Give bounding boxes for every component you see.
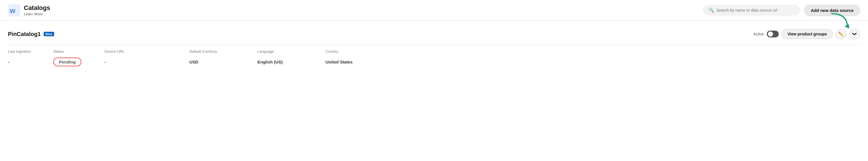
chevron-down-icon: ❯ (852, 32, 857, 36)
app-header: w Catalogs Learn More 🔍 Add new data sou… (0, 0, 868, 21)
col-header-status: Status (53, 49, 104, 54)
col-header-country: Country (326, 49, 399, 54)
logo-text-area: Catalogs Learn More (24, 4, 50, 16)
search-input[interactable] (716, 8, 794, 12)
catalog-name: PinCatalog1 (8, 31, 41, 37)
col-header-language: Language (257, 49, 326, 54)
edit-icon: ✏️ (838, 31, 844, 37)
search-icon: 🔍 (709, 8, 714, 13)
toggle-knob (768, 31, 773, 37)
catalog-table: Last ingestion Status Source URL Default… (8, 44, 860, 69)
pending-badge: Pending (53, 58, 81, 66)
active-label: Active (753, 32, 764, 36)
col-header-currency: Default Currency (189, 49, 257, 54)
main-content: PinCatalog1 New Active View product grou… (0, 21, 868, 69)
app-subtitle: Learn More (24, 12, 50, 16)
logo-icon: w (8, 4, 21, 17)
cell-country: United States (326, 60, 399, 64)
table-header-row: Last ingestion Status Source URL Default… (8, 48, 860, 55)
table-row: - Pending - USD English (US) United Stat… (8, 55, 860, 69)
cell-currency: USD (189, 60, 257, 64)
svg-text:w: w (9, 6, 16, 15)
view-product-groups-button[interactable]: View product groups (781, 29, 833, 39)
cell-language: English (US) (257, 60, 326, 64)
cell-source-url: - (104, 60, 189, 64)
active-toggle[interactable] (767, 31, 779, 37)
app-title: Catalogs (24, 4, 50, 12)
cell-last-ingestion: - (8, 60, 53, 64)
col-header-source: Source URL (104, 49, 189, 54)
catalog-section: PinCatalog1 New Active View product grou… (8, 29, 860, 69)
search-bar: 🔍 (703, 5, 800, 15)
cell-status: Pending (53, 58, 104, 66)
arrow-annotation (829, 12, 851, 30)
logo-area: w Catalogs Learn More (8, 4, 53, 17)
catalog-header: PinCatalog1 New Active View product grou… (8, 29, 860, 39)
new-badge: New (44, 32, 55, 36)
catalog-name-area: PinCatalog1 New (8, 31, 54, 37)
col-header-ingestion: Last ingestion (8, 49, 53, 54)
catalog-actions: Active View product groups ✏️ ❯ (753, 29, 860, 39)
